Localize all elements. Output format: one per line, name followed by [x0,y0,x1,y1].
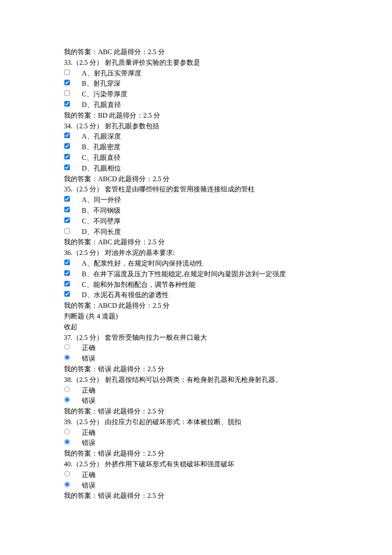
q33-option-a: A、射孔压实带厚度 [64,68,332,79]
q39-radio-incorrect[interactable] [64,439,70,445]
q34-checkbox-a[interactable] [64,133,70,138]
q34-option-c-text: C、孔眼直径 [82,153,332,163]
q36-option-a-text: A、配浆性好，在规定时间内保持流动性 [82,258,332,269]
q34-checkbox-c[interactable] [64,154,70,159]
q36-title: 36.（2.5 分） 对油井水泥的基本要求: [64,248,332,258]
collapse-toggle[interactable]: 收起 [64,322,332,332]
q36-option-d: D、水泥石具有很低的渗透性 [64,290,332,301]
q37-radio-correct[interactable] [64,344,70,350]
q38-answer: 我的答案：错误 此题得分：2.5 分 [64,406,332,417]
q34-checkbox-b[interactable] [64,143,70,149]
q35-checkbox-d[interactable] [64,228,70,234]
q35-option-c-text: C、不同壁厚 [82,216,332,227]
q34-checkbox-d[interactable] [64,165,70,170]
q34-option-a-text: A、孔眼深度 [82,131,332,142]
q34-option-a: A、孔眼深度 [64,131,332,142]
q32-answer: 我的答案：ABC 此题得分：2.5 分 [64,47,332,58]
q39-title: 39.（2.5 分） 由拉应力引起的破坏形式：本体被拉断、脱扣 [64,417,332,428]
q36-answer: 我的答案：ABCD 此题得分：2.5 分 [64,301,332,311]
tf-section-header: 判断题 (共 4 道题) [64,311,332,322]
q35-title: 35.（2.5 分） 套管柱是由哪些特征的套管用接箍连接组成的管柱 [64,184,332,195]
q34-option-d: D、孔眼相位 [64,163,332,174]
q33-option-d-text: D、孔眼直径 [82,100,332,110]
q39-radio-correct[interactable] [64,429,70,434]
q38-radio-correct[interactable] [64,387,70,392]
q33-option-c-text: C、污染带厚度 [82,89,332,100]
q35-checkbox-a[interactable] [64,196,70,202]
q37-radio-incorrect[interactable] [64,355,70,360]
q37-correct-label: 正确 [82,343,332,353]
q40-title: 40.（2.5 分） 外挤作用下破坏形式有失稳破坏和强度破坏 [64,459,332,470]
q35-checkbox-b[interactable] [64,207,70,212]
q36-checkbox-a[interactable] [64,260,70,265]
q40-radio-correct[interactable] [64,471,70,477]
q34-option-c: C、孔眼直径 [64,153,332,163]
q33-answer: 我的答案：BD 此题得分：2.5 分 [64,110,332,121]
q35-option-d: D、不同长度 [64,227,332,237]
q35-checkbox-c[interactable] [64,217,70,223]
q35-option-b-text: B、不同钢级 [82,205,332,216]
q39-answer: 我的答案：错误 此题得分：2.5 分 [64,448,332,459]
q34-option-b-text: B、孔眼密度 [82,142,332,153]
q40-radio-incorrect[interactable] [64,482,70,487]
q38-title: 38.（2.5 分） 射孔器按结构可以分两类：有枪身射孔器和无枪身射孔器。 [64,375,332,385]
q36-checkbox-c[interactable] [64,281,70,286]
q36-option-a: A、配浆性好，在规定时间内保持流动性 [64,258,332,269]
q36-option-b: B、在井下温度及压力下性能稳定,在规定时间内凝固并达到一定强度 [64,269,332,280]
q40-option-incorrect: 错误 [64,480,332,491]
q35-option-d-text: D、不同长度 [82,227,332,237]
q37-option-correct: 正确 [64,343,332,353]
q36-checkbox-b[interactable] [64,270,70,276]
q37-incorrect-label: 错误 [82,353,332,364]
q36-checkbox-d[interactable] [64,291,70,297]
q39-option-incorrect: 错误 [64,438,332,448]
q33-option-d: D、孔眼直径 [64,100,332,110]
q34-answer: 我的答案：ABCD 此题得分：2.5 分 [64,174,332,185]
q33-checkbox-b[interactable] [64,80,70,85]
q37-option-incorrect: 错误 [64,353,332,364]
q39-correct-label: 正确 [82,428,332,438]
q33-option-a-text: A、射孔压实带厚度 [82,68,332,79]
q33-option-b-text: B、射孔穿深 [82,78,332,89]
q36-option-c: C、能和外加剂相配合，调节各种性能 [64,280,332,290]
q40-correct-label: 正确 [82,470,332,480]
q33-checkbox-d[interactable] [64,101,70,107]
q38-radio-incorrect[interactable] [64,397,70,402]
q35-answer: 我的答案：ABC 此题得分：2.5 分 [64,237,332,248]
q33-option-c: C、污染带厚度 [64,89,332,100]
q38-option-correct: 正确 [64,385,332,396]
q37-title: 37.（2.5 分） 套管所受轴向拉力一般在井口最大 [64,332,332,343]
q38-correct-label: 正确 [82,385,332,396]
q39-option-correct: 正确 [64,428,332,438]
q37-answer: 我的答案：错误 此题得分：2.5 分 [64,364,332,375]
q36-option-b-text: B、在井下温度及压力下性能稳定,在规定时间内凝固并达到一定强度 [82,269,332,280]
q40-option-correct: 正确 [64,470,332,480]
q34-title: 34.（2.5 分） 射孔孔眼参数包括 [64,121,332,132]
q35-option-b: B、不同钢级 [64,205,332,216]
q36-option-d-text: D、水泥石具有很低的渗透性 [82,290,332,301]
q39-incorrect-label: 错误 [82,438,332,448]
q35-option-a: A、同一外径 [64,195,332,205]
q36-option-c-text: C、能和外加剂相配合，调节各种性能 [82,280,332,290]
q40-answer: 我的答案：错误 此题得分：2.5 分 [64,491,332,501]
q35-option-c: C、不同壁厚 [64,216,332,227]
q33-checkbox-a[interactable] [64,69,70,75]
q40-incorrect-label: 错误 [82,480,332,491]
q33-title: 33.（2.5 分） 射孔质量评价实验的主要参数是 [64,58,332,68]
q34-option-b: B、孔眼密度 [64,142,332,153]
q38-incorrect-label: 错误 [82,396,332,406]
q35-option-a-text: A、同一外径 [82,195,332,205]
q33-option-b: B、射孔穿深 [64,78,332,89]
q33-checkbox-c[interactable] [64,90,70,96]
q38-option-incorrect: 错误 [64,396,332,406]
q34-option-d-text: D、孔眼相位 [82,163,332,174]
